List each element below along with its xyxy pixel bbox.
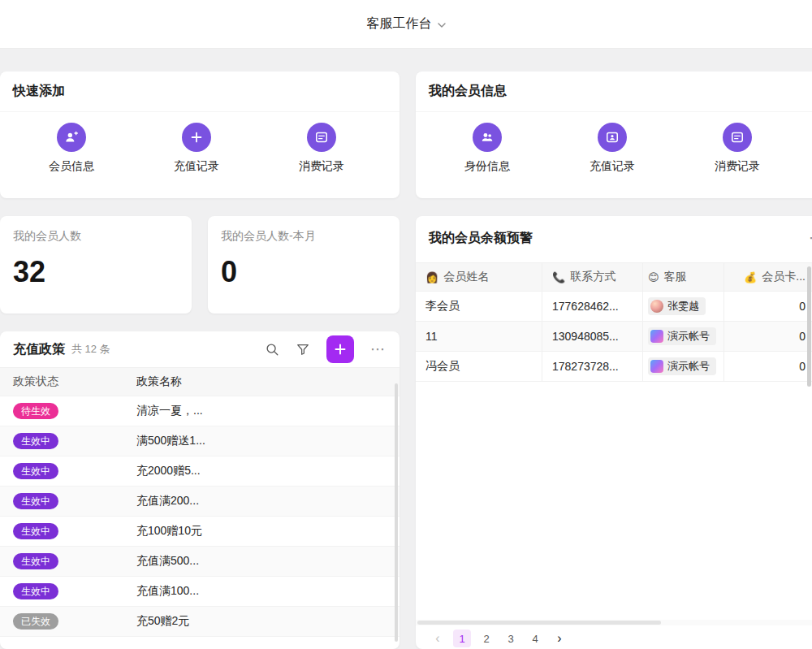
balance-alert-card: 我的会员余额预警 ⋯ 👩 会员姓名 📞 联系方式 😊 客服 💰: [416, 216, 812, 649]
status-badge: 生效中: [13, 433, 58, 449]
pagination: ‹ 1 2 3 4 ›: [429, 630, 568, 647]
policy-name: 满500赠送1...: [136, 434, 400, 448]
identity-info-item[interactable]: 身份信息: [447, 123, 528, 174]
status-badge: 生效中: [13, 523, 58, 539]
col-member-name-label: 会员姓名: [443, 270, 489, 284]
chevron-down-icon[interactable]: [438, 17, 446, 32]
person-icon: 👩: [425, 271, 438, 283]
stat-member-count-label: 我的会员人数: [13, 229, 179, 244]
member-name-cell: 冯会员: [416, 352, 542, 381]
quick-add-consume[interactable]: 消费记录: [281, 123, 362, 174]
agent-pill: 张雯越: [648, 297, 706, 315]
balance-alert-title: 我的会员余额预警: [429, 230, 533, 247]
agent-name: 演示帐号: [667, 329, 710, 344]
pagination-page-4[interactable]: 4: [526, 630, 544, 647]
policy-name: 充50赠2元: [136, 614, 400, 629]
status-badge: 生效中: [13, 493, 58, 509]
quick-add-recharge-label: 充值记录: [174, 159, 219, 174]
policy-row[interactable]: 待生效 清凉一夏，...: [0, 396, 400, 426]
member-agent-cell: 演示帐号: [643, 322, 724, 351]
pagination-next[interactable]: ›: [551, 630, 568, 647]
policy-count: 共 12 条: [71, 342, 110, 357]
list-card-icon: [723, 123, 752, 152]
records-icon: [307, 123, 336, 152]
pagination-page-1[interactable]: 1: [453, 630, 471, 647]
policy-name: 充2000赠5...: [136, 464, 400, 478]
member-contact-cell: 177628462...: [542, 292, 643, 321]
pagination-page-3[interactable]: 3: [502, 630, 520, 647]
agent-pill: 演示帐号: [648, 357, 716, 375]
stat-member-count-month-value: 0: [221, 255, 387, 289]
add-policy-button[interactable]: [326, 335, 354, 363]
status-badge: 待生效: [13, 403, 58, 419]
member-row[interactable]: 冯会员 178273728... 演示帐号 0: [416, 352, 812, 382]
quick-add-header: 快速添加: [0, 71, 400, 112]
status-badge: 已失效: [13, 613, 58, 630]
col-policy-name: 政策名称: [136, 374, 400, 389]
quick-add-member-info[interactable]: 会员信息: [31, 123, 112, 174]
policy-table: 政策状态 政策名称 待生效 清凉一夏，... 生效中 满500赠送1... 生效…: [0, 367, 400, 637]
member-name-cell: 11: [416, 322, 542, 351]
vertical-scrollbar[interactable]: [807, 266, 811, 387]
member-contact-cell: 178273728...: [542, 352, 643, 381]
policy-scrollbar[interactable]: [395, 383, 398, 642]
col-agent-label: 客服: [664, 270, 687, 284]
quick-add-card: 快速添加 会员信息 充值记录 消费记录: [0, 71, 400, 198]
member-info-card: 我的会员信息 身份信息 充值记录 消费记录: [416, 71, 812, 198]
policy-table-header: 政策状态 政策名称: [0, 367, 400, 396]
pagination-page-2[interactable]: 2: [477, 630, 495, 647]
recharge-records-item[interactable]: 充值记录: [572, 123, 653, 174]
policy-row[interactable]: 生效中 充100赠10元: [0, 517, 400, 547]
agent-pill: 演示帐号: [648, 327, 716, 345]
policy-name: 充100赠10元: [136, 524, 400, 539]
policy-row[interactable]: 生效中 充值满200...: [0, 487, 400, 517]
balance-alert-header: 我的会员余额预警 ⋯: [416, 216, 812, 260]
member-table-header: 👩 会员姓名 📞 联系方式 😊 客服 💰 会员卡...: [416, 262, 812, 292]
horizontal-scrollbar[interactable]: [416, 620, 812, 625]
more-options-icon[interactable]: ⋯: [809, 231, 812, 245]
member-contact-cell: 130948085...: [542, 322, 643, 351]
search-icon[interactable]: [265, 342, 279, 357]
workspace-switcher[interactable]: 客服工作台: [367, 15, 432, 32]
member-balance-cell: 0: [724, 352, 812, 381]
policy-more-icon[interactable]: ⋯: [370, 342, 387, 357]
policy-name: 充值满500...: [136, 554, 400, 569]
policy-header: 充值政策 共 12 条 ⋯: [0, 331, 400, 367]
filter-icon[interactable]: [296, 342, 310, 357]
agent-name: 张雯越: [667, 299, 699, 314]
policy-row[interactable]: 生效中 充值满500...: [0, 547, 400, 577]
smiley-icon: 😊: [648, 271, 659, 283]
policy-row[interactable]: 生效中 满500赠送1...: [0, 426, 400, 456]
col-agent: 😊 客服: [643, 263, 724, 291]
member-info-items: 身份信息 充值记录 消费记录: [416, 112, 812, 174]
member-add-icon: [57, 123, 86, 152]
member-balance-cell: 0: [724, 292, 812, 321]
horizontal-scrollbar-thumb[interactable]: [417, 621, 661, 625]
stat-member-count-card: 我的会员人数 32: [0, 216, 192, 314]
policy-row[interactable]: 已失效 充50赠2元: [0, 607, 400, 637]
status-badge: 生效中: [13, 583, 58, 599]
member-row[interactable]: 11 130948085... 演示帐号 0: [416, 322, 812, 352]
status-badge: 生效中: [13, 553, 58, 569]
workbench-page: 客服工作台 快速添加 会员信息 充值记录: [0, 0, 812, 649]
quick-add-member-label: 会员信息: [49, 159, 94, 174]
pagination-prev[interactable]: ‹: [429, 630, 447, 647]
top-bar: 客服工作台: [0, 0, 812, 49]
col-contact-label: 联系方式: [570, 270, 615, 284]
policy-row[interactable]: 生效中 充值满100...: [0, 577, 400, 607]
member-row[interactable]: 李会员 177628462... 张雯越 0: [416, 292, 812, 322]
phone-icon: 📞: [552, 271, 565, 283]
member-agent-cell: 演示帐号: [643, 352, 724, 381]
policy-row[interactable]: 生效中 充2000赠5...: [0, 456, 400, 487]
consume-records-item[interactable]: 消费记录: [697, 123, 778, 174]
quick-add-items: 会员信息 充值记录 消费记录: [0, 112, 400, 174]
member-balance-cell: 0: [724, 322, 812, 351]
col-member-name: 👩 会员姓名: [416, 263, 542, 291]
stat-member-count-month-label: 我的会员人数-本月: [221, 229, 387, 244]
quick-add-recharge[interactable]: 充值记录: [156, 123, 237, 174]
agent-name: 演示帐号: [667, 359, 710, 374]
agent-avatar: [650, 300, 663, 313]
plus-icon: [182, 123, 211, 152]
member-table: 👩 会员姓名 📞 联系方式 😊 客服 💰 会员卡... 李会员 1: [416, 262, 812, 382]
member-info-title: 我的会员信息: [429, 83, 507, 100]
